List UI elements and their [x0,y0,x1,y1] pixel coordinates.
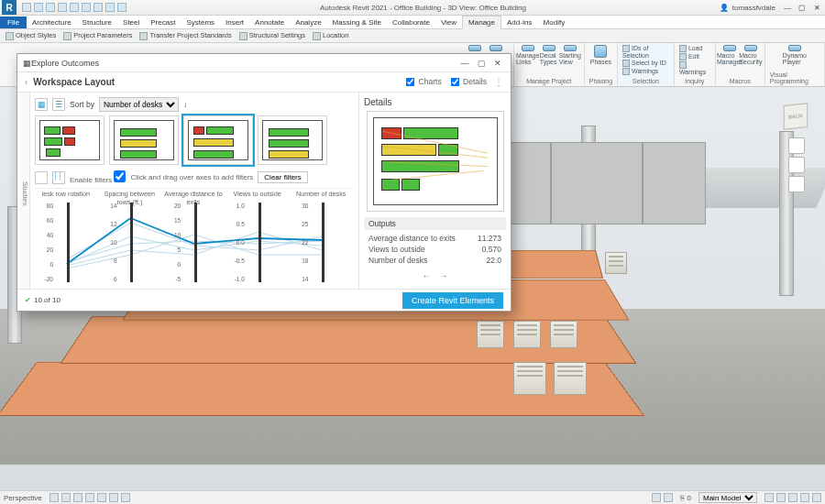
grid-view-icon[interactable]: ▦ [35,98,48,111]
dialog-minimize[interactable]: — [457,57,472,70]
inq-warnings[interactable]: Warnings [679,61,710,75]
sun-icon[interactable] [85,493,94,502]
dialog-close[interactable]: ✕ [490,57,505,70]
qat-save-icon[interactable] [34,3,43,12]
model-select[interactable]: Main Model [698,492,757,503]
tab-manage[interactable]: Manage [462,16,501,29]
view-controls[interactable] [50,493,130,502]
minimize-button[interactable]: — [781,2,794,13]
warnings-button[interactable]: Warnings [622,68,669,75]
dialog-maximize[interactable]: ▢ [474,57,489,70]
tab-structure[interactable]: Structure [77,16,117,28]
ids-selection-button[interactable]: IDs of Selection [622,45,669,59]
scale-icon[interactable] [50,493,59,502]
sort-direction-icon[interactable]: ↓ [183,100,187,109]
sub-project-params[interactable]: Project Parameters [63,31,132,40]
shadow-icon[interactable] [97,493,106,502]
filter-icon[interactable] [788,493,798,502]
tab-precast[interactable]: Precast [145,16,181,28]
filter-icon-alt[interactable]: ┆┆ [52,171,65,184]
macro-security-button[interactable]: Macro Security [742,45,760,65]
filter-icon[interactable] [800,493,809,502]
inq-load[interactable]: Load [679,45,710,52]
sub-location[interactable]: Location [313,31,348,40]
outcome-thumb[interactable] [35,115,104,165]
sel-icon[interactable] [664,493,673,502]
qat-more-icon[interactable] [117,3,126,12]
qat-cloud-icon[interactable] [105,3,115,12]
tab-analyze[interactable]: Analyze [290,16,326,28]
pan-icon[interactable] [788,176,805,192]
sub-transfer-standards[interactable]: Transfer Project Standards [139,31,231,40]
prev-outcome-button[interactable]: ← [422,271,430,280]
dialog-menu-icon[interactable]: ⋮ [494,77,503,87]
maximize-button[interactable]: ▢ [796,2,808,13]
selection-controls[interactable] [652,493,673,502]
tab-collaborate[interactable]: Collaborate [387,16,435,28]
sel-icon[interactable] [652,493,661,502]
dynamo-player-button[interactable]: Dynamo Player [786,45,804,65]
tab-insert[interactable]: Insert [220,16,249,28]
view-cube[interactable]: BACK [784,103,808,129]
clear-filters-button[interactable]: Clear filters [258,171,307,183]
studies-sidebar-tab[interactable]: Studies [17,93,30,289]
filter-icon[interactable] [764,493,774,502]
sub-object-styles[interactable]: Object Styles [6,31,56,40]
create-revit-elements-button[interactable]: Create Revit Elements [402,292,503,309]
starting-view-button[interactable]: Starting View [561,45,579,65]
manage-links-button[interactable]: Manage Links [519,45,537,65]
list-view-icon[interactable]: ☰ [52,98,65,111]
qat-sync-icon[interactable] [94,3,103,12]
user-area[interactable]: 👤tomassfvdale [720,4,776,12]
quick-access-toolbar[interactable] [22,3,126,12]
dialog-titlebar[interactable]: ▦ Explore Outcomes —▢✕ [17,54,511,72]
qat-print-icon[interactable] [70,3,79,12]
close-button[interactable]: ✕ [810,2,823,13]
tab-annotate[interactable]: Annotate [249,16,290,28]
tab-architecture[interactable]: Architecture [27,16,77,28]
tab-steel[interactable]: Steel [117,16,145,28]
phases-button[interactable]: Phases [591,45,610,65]
visual-style-icon[interactable] [73,493,82,502]
tab-view[interactable]: View [435,16,462,28]
crop-icon[interactable] [109,493,118,502]
select-by-id-button[interactable]: Select by ID [622,60,669,67]
tab-addins[interactable]: Add-Ins [501,16,538,28]
wheel-icon[interactable] [788,157,805,173]
titlebar: R Autodesk Revit 2021 - Office Building … [0,0,825,16]
qat-redo-icon[interactable] [58,3,67,12]
tab-massing[interactable]: Massing & Site [327,16,387,28]
qat-undo-icon[interactable] [46,3,55,12]
tab-systems[interactable]: Systems [181,16,220,28]
nav-bar[interactable] [788,137,807,196]
filter-icon[interactable] [35,171,48,184]
macro-manager-button[interactable]: Macro Manager [720,45,739,65]
qat-measure-icon[interactable] [82,3,91,12]
outcome-thumb[interactable] [258,115,327,165]
qat-open-icon[interactable] [22,3,31,12]
details-toggle[interactable]: Details [449,76,487,88]
enable-filters-toggle[interactable]: Enable filters [70,170,126,184]
outcomes-panel: ▦ ☰ Sort by Number of desks ↓ ┆┆ Enable … [30,93,359,289]
home-icon[interactable] [788,137,805,154]
back-icon[interactable]: ‹ [25,77,28,87]
filter-controls[interactable] [764,493,821,502]
file-tab[interactable]: File [0,16,27,28]
tab-modify[interactable]: Modify [538,16,571,28]
outcome-thumb-selected[interactable] [183,115,253,165]
decal-types-button[interactable]: Decal Types [540,45,558,65]
next-outcome-button[interactable]: → [440,271,448,280]
cabinet [477,321,504,348]
sort-select[interactable]: Number of desks [99,97,179,112]
outcome-thumb[interactable] [109,115,179,165]
filter-icon[interactable] [776,493,786,502]
hide-icon[interactable] [121,493,130,502]
detail-thumbnail[interactable] [367,111,504,212]
inq-edit[interactable]: Edit [679,53,710,60]
parallel-coordinates-chart[interactable]: lesk row rotation 806040200-20 Spacing b… [35,188,354,284]
charts-toggle[interactable]: Charts [404,76,441,88]
sub-structural-settings[interactable]: Structural Settings [239,31,305,40]
axis-label: Views to outside [226,190,289,198]
filter-icon[interactable] [812,493,821,502]
detail-icon[interactable] [61,493,71,502]
